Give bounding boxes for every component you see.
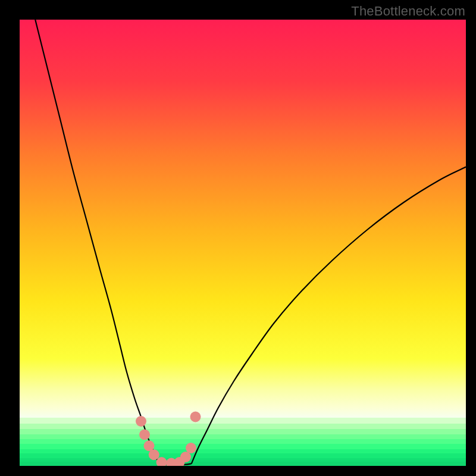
curve-left: [35, 20, 159, 464]
valley-dot: [186, 443, 196, 453]
valley-dot: [136, 416, 146, 427]
valley-dot: [190, 412, 201, 422]
valley-dot: [149, 449, 159, 460]
watermark-text: TheBottleneck.com: [351, 4, 465, 19]
valley-dot: [139, 430, 150, 440]
plot-area: [20, 20, 466, 466]
curve-right: [192, 167, 466, 464]
valley-dot: [180, 452, 191, 462]
curve-layer: [20, 20, 466, 466]
chart-frame: TheBottleneck.com: [0, 0, 476, 476]
valley-dots: [136, 412, 201, 466]
